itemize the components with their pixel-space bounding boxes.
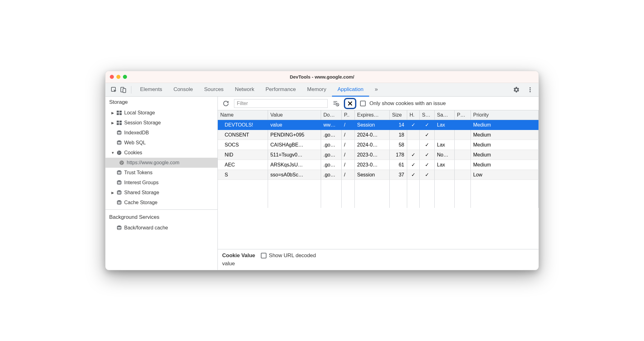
column-header[interactable]: Do… — [321, 110, 341, 120]
sidebar-item-shared-storage[interactable]: ▶ Shared Storage — [105, 188, 217, 198]
sidebar-item-cookie-origin[interactable]: https://www.google.com — [105, 158, 217, 168]
tab-elements[interactable]: Elements — [134, 83, 168, 97]
cell-secure: ✓ — [419, 120, 434, 130]
cell-path: / — [341, 160, 354, 170]
filter-input[interactable] — [234, 99, 328, 108]
sidebar-item-label: Local Storage — [124, 110, 155, 116]
cell-value: value — [268, 120, 321, 130]
sidebar-item-cookies[interactable]: ▼ Cookies — [105, 148, 217, 158]
svg-point-18 — [120, 152, 120, 153]
sidebar-item-local-storage[interactable]: ▶ Local Storage — [105, 108, 217, 118]
svg-point-22 — [122, 162, 123, 163]
table-row[interactable]: Ssso=sA0bSc….go…/Session37✓✓Low — [218, 170, 539, 180]
cell-path: / — [341, 150, 354, 160]
table-row[interactable]: NID511=Tsugv0….go…/2023-0…178✓✓No…Medium — [218, 150, 539, 160]
refresh-icon[interactable] — [222, 99, 230, 108]
column-header[interactable]: Expires… — [354, 110, 389, 120]
svg-point-26 — [117, 190, 121, 192]
only-issues-checkbox[interactable] — [360, 101, 366, 106]
sidebar-item-indexeddb[interactable]: IndexedDB — [105, 128, 217, 138]
cell-size: 61 — [389, 160, 407, 170]
inspect-element-icon[interactable] — [109, 85, 119, 94]
sidebar-item-label: Web SQL — [124, 140, 146, 146]
cell-priority: Low — [471, 170, 539, 180]
cell-http: ✓ — [407, 170, 419, 180]
svg-rect-12 — [117, 123, 119, 125]
column-header[interactable]: Sa… — [434, 110, 454, 120]
sidebar-item-interest-groups[interactable]: Interest Groups — [105, 178, 217, 188]
table-row[interactable]: DEVTOOLS!valueww…/Session14✓✓LaxMedium — [218, 120, 539, 130]
cell-partition — [454, 130, 471, 140]
cell-name: AEC — [218, 160, 268, 170]
sidebar-item-session-storage[interactable]: ▶ Session Storage — [105, 118, 217, 128]
minimize-window-button[interactable] — [116, 75, 120, 79]
cell-expires: Session — [354, 170, 389, 180]
close-window-button[interactable] — [110, 75, 114, 79]
tab-application[interactable]: Application — [332, 83, 369, 97]
tab-memory[interactable]: Memory — [301, 83, 332, 97]
device-toolbar-icon[interactable] — [119, 85, 128, 94]
cookies-toolbar: Only show cookies with an issue — [218, 97, 539, 110]
svg-point-17 — [118, 152, 119, 152]
tab-sources[interactable]: Sources — [198, 83, 229, 97]
cell-partition — [454, 140, 471, 150]
svg-line-33 — [336, 103, 338, 105]
sidebar-item-bf-cache[interactable]: Back/forward cache — [105, 223, 217, 233]
cell-size: 58 — [389, 140, 407, 150]
settings-icon[interactable] — [512, 85, 521, 94]
delete-cookie-button[interactable] — [344, 98, 356, 109]
svg-rect-9 — [120, 113, 122, 115]
devtools-tabs: ElementsConsoleSourcesNetworkPerformance… — [105, 83, 539, 97]
cell-size: 14 — [389, 120, 407, 130]
table-row[interactable]: CONSENTPENDING+095.go…/2024-0…18✓Medium — [218, 130, 539, 140]
sidebar-item-label: Trust Tokens — [124, 170, 153, 175]
table-row-empty — [218, 189, 539, 199]
database-icon — [116, 190, 122, 195]
sidebar-item-label: Session Storage — [124, 120, 161, 126]
sidebar-item-cache-storage[interactable]: Cache Storage — [105, 198, 217, 208]
cell-value: CAISHAgBE… — [268, 140, 321, 150]
cookie-value-text: value — [222, 261, 534, 267]
cookies-table[interactable]: NameValueDo…P..Expires…SizeH.S…Sa…P…Prio… — [218, 110, 539, 249]
maximize-window-button[interactable] — [123, 75, 127, 79]
grid-icon — [116, 121, 122, 125]
table-row[interactable]: AECARSKqsJsU….go…/2023-0…61✓✓LaxMedium — [218, 160, 539, 170]
cell-path: / — [341, 140, 354, 150]
svg-point-3 — [529, 87, 531, 89]
svg-rect-11 — [120, 121, 122, 122]
cell-value: 511=Tsugv0… — [268, 150, 321, 160]
tab-performance[interactable]: Performance — [260, 83, 301, 97]
sidebar-item-web-sql[interactable]: Web SQL — [105, 138, 217, 148]
clear-all-icon[interactable] — [331, 99, 340, 108]
svg-point-16 — [117, 151, 121, 155]
cell-partition — [454, 150, 471, 160]
table-row-empty — [218, 199, 539, 208]
column-header[interactable]: Size — [389, 110, 407, 120]
application-sidebar: Storage ▶ Local Storage ▶ Session Storag… — [105, 97, 218, 270]
column-header[interactable]: Name — [218, 110, 268, 120]
column-header[interactable]: H. — [407, 110, 419, 120]
svg-rect-7 — [120, 111, 122, 113]
show-url-decoded-checkbox[interactable] — [261, 253, 266, 258]
more-tabs-button[interactable]: » — [369, 83, 383, 97]
table-row[interactable]: SOCSCAISHAgBE….go…/2024-0…58✓LaxMedium — [218, 140, 539, 150]
sidebar-item-label: https://www.google.com — [127, 160, 179, 166]
more-options-icon[interactable] — [525, 85, 535, 94]
svg-point-23 — [121, 163, 122, 164]
sidebar-item-trust-tokens[interactable]: Trust Tokens — [105, 168, 217, 178]
database-icon — [116, 140, 122, 145]
column-header[interactable]: S… — [419, 110, 434, 120]
column-header[interactable]: Value — [268, 110, 321, 120]
database-icon — [116, 170, 122, 175]
tab-console[interactable]: Console — [168, 83, 198, 97]
cell-domain: .go… — [321, 140, 341, 150]
column-header[interactable]: Priority — [471, 110, 539, 120]
sidebar-item-label: IndexedDB — [124, 130, 149, 136]
cookie-icon — [116, 150, 122, 155]
column-header[interactable]: P.. — [341, 110, 354, 120]
tab-network[interactable]: Network — [229, 83, 260, 97]
cell-expires: 2023-0… — [354, 160, 389, 170]
column-header[interactable]: P… — [454, 110, 471, 120]
expand-arrow-icon: ▶ — [111, 191, 114, 195]
show-url-decoded-label: Show URL decoded — [269, 252, 316, 259]
